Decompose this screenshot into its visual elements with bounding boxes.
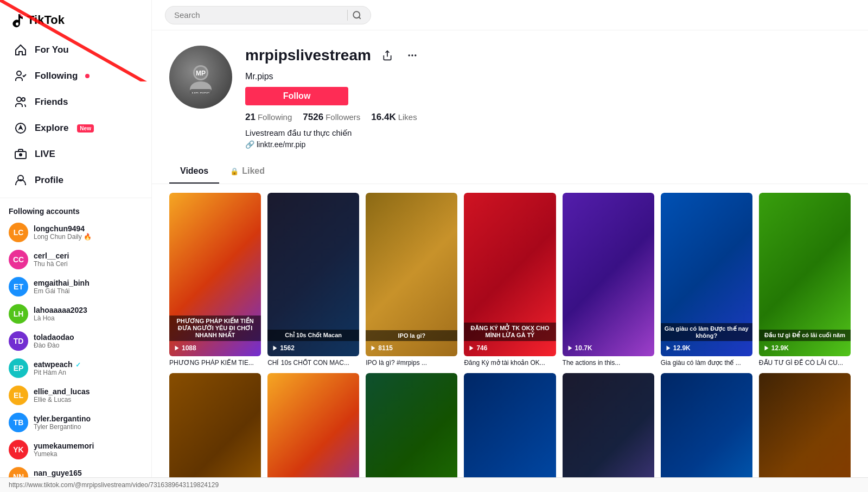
more-options-button[interactable] bbox=[403, 46, 422, 65]
account-display-name: Ellie & Lucas bbox=[34, 396, 90, 403]
avatar: ET bbox=[9, 277, 28, 297]
following-count: 21 bbox=[245, 112, 256, 123]
tab-liked[interactable]: 🔒 Liked bbox=[219, 160, 276, 184]
tabs-row: Videos 🔒 Liked bbox=[152, 160, 868, 184]
account-item[interactable]: LH lahoaaaaa2023 Là Hoa bbox=[0, 300, 151, 327]
account-item[interactable]: YK yumekaumemori Yumeka bbox=[0, 436, 151, 463]
profile-username-row: mrpipslivestream bbox=[245, 46, 851, 65]
following-notification-dot bbox=[85, 74, 90, 78]
account-item[interactable]: LC longchun9494 Long Chun Daily 🔥 bbox=[0, 219, 151, 246]
video-thumbnail: Gia giàu có làm Được thế nay không? 12.9… bbox=[661, 193, 752, 356]
top-bar bbox=[152, 0, 868, 30]
video-card[interactable]: TATA DỜI LỊCH IPO CƠ HỘI ĐẦU TƯ LỚN NHẤT… bbox=[169, 373, 261, 492]
account-username: toladaodao bbox=[34, 333, 74, 342]
stat-followers: 7526 Followers bbox=[303, 112, 360, 123]
video-card[interactable]: Chỉ 10s Chốt Macan 1562 CHỈ 10s CHỐT CON… bbox=[267, 193, 359, 367]
account-item[interactable]: TD toladaodao Đào Đào bbox=[0, 327, 151, 355]
video-thumbnail: Gõ thử đếm được Gõ thử không đếm được 64… bbox=[464, 373, 556, 492]
link-icon: 🔗 bbox=[245, 140, 254, 149]
account-username: emgaithai_binh bbox=[34, 279, 90, 287]
svg-text:MP: MP bbox=[196, 70, 206, 77]
follow-button[interactable]: Follow bbox=[245, 87, 348, 105]
search-divider bbox=[347, 10, 348, 21]
account-info: lahoaaaaa2023 Là Hoa bbox=[34, 306, 87, 322]
avatar-graphic: MP MR.PIPS bbox=[184, 61, 217, 93]
video-card[interactable]: 10.7K The actions in this... bbox=[563, 193, 654, 367]
video-play-count: 10.7K bbox=[567, 344, 592, 352]
video-thumbnail: PHƯƠNG PHÁP KIẾM TIỀN ĐƯA NGƯỜI YÊU ĐI C… bbox=[169, 193, 261, 356]
account-display-name: Thu hà Ceri bbox=[34, 260, 69, 268]
stat-likes: 16.4K Likes bbox=[371, 112, 417, 123]
avatar: LC bbox=[9, 223, 28, 242]
video-card[interactable]: ĐĂNG KÝ MỞ TK OKX CHO MÌNH LỪA GÀ TỶ 746… bbox=[464, 193, 556, 367]
home-icon bbox=[13, 42, 28, 58]
video-card[interactable]: IPO la gi? 8115 IPO là gì? #mrpips ... bbox=[366, 193, 457, 367]
svg-text:MR.PIPS: MR.PIPS bbox=[192, 91, 210, 93]
new-badge: New bbox=[77, 124, 94, 133]
video-card[interactable]: Không biết ĐỦ Thì mới GIÀU được 6554 Khô… bbox=[366, 373, 457, 492]
account-info: ellie_and_lucas Ellie & Lucas bbox=[34, 387, 90, 403]
search-box bbox=[165, 6, 371, 24]
sidebar-item-following[interactable]: Following bbox=[4, 63, 147, 89]
video-play-count: 1562 bbox=[272, 344, 295, 352]
account-item[interactable]: EP eatwpeach ✓ Pit Hàm An bbox=[0, 355, 151, 382]
video-thumb-overlay: 10.7K bbox=[563, 193, 654, 356]
following-icon bbox=[13, 68, 28, 84]
sidebar-item-profile[interactable]: Profile bbox=[4, 167, 147, 193]
sidebar-item-for-you[interactable]: For You bbox=[4, 37, 147, 63]
video-thumb-overlay: 1088 bbox=[169, 193, 261, 356]
logo-area[interactable]: TikTok bbox=[0, 7, 151, 37]
svg-point-8 bbox=[353, 11, 360, 18]
account-username: tyler.bergantino bbox=[34, 414, 91, 423]
video-thumbnail: ĐĂNG KÝ MỞ TK OKX CHO MÌNH LỪA GÀ TỶ 746 bbox=[464, 193, 556, 356]
profile-link[interactable]: 🔗 linktr.ee/mr.pip bbox=[245, 140, 851, 149]
profile-avatar: MP MR.PIPS bbox=[169, 46, 232, 109]
status-bar: https://www.tiktok.com/@mrpipslivestream… bbox=[0, 477, 868, 492]
video-thumb-overlay: 7047 bbox=[661, 373, 752, 492]
avatar: CC bbox=[9, 250, 28, 269]
video-card[interactable]: TẬP THỂ DỤC ĐỂ ĂN LẦN 9 NGƯỜI YÊU 6280 T… bbox=[563, 373, 654, 492]
tab-liked-label: Liked bbox=[242, 166, 265, 176]
svg-marker-4 bbox=[20, 126, 22, 129]
video-play-count: 12.9K bbox=[665, 344, 691, 352]
video-card[interactable]: PHƯƠNG PHÁP KIẾM TIỀN ĐƯA NGƯỜI YÊU ĐI C… bbox=[169, 193, 261, 367]
account-item[interactable]: EL ellie_and_lucas Ellie & Lucas bbox=[0, 382, 151, 409]
video-grid: PHƯƠNG PHÁP KIẾM TIỀN ĐƯA NGƯỜI YÊU ĐI C… bbox=[152, 184, 868, 492]
svg-point-0 bbox=[17, 71, 21, 75]
sidebar-item-friends[interactable]: Friends bbox=[4, 89, 147, 115]
account-item[interactable]: TB tyler.bergantino Tyler Bergantino bbox=[0, 409, 151, 436]
profile-link-text: linktr.ee/mr.pip bbox=[257, 140, 305, 149]
avatar: YK bbox=[9, 440, 28, 459]
avatar: EP bbox=[9, 358, 28, 378]
account-info: cerl__ceri Thu hà Ceri bbox=[34, 251, 69, 268]
account-item[interactable]: CC cerl__ceri Thu hà Ceri bbox=[0, 246, 151, 273]
account-info: tyler.bergantino Tyler Bergantino bbox=[34, 414, 91, 431]
tab-videos[interactable]: Videos bbox=[169, 160, 219, 184]
search-button[interactable] bbox=[352, 10, 362, 20]
video-card[interactable]: Gia giàu có làm Được thế nay không? 12.9… bbox=[661, 193, 752, 367]
sidebar-item-live[interactable]: LIVE bbox=[4, 141, 147, 167]
svg-point-1 bbox=[17, 97, 21, 102]
share-button[interactable] bbox=[378, 46, 397, 65]
avatar: TB bbox=[9, 413, 28, 432]
video-card[interactable]: CHỐT LẠI 6 TỶ MUA RM7201 7047 CHỐT LẠI 6… bbox=[661, 373, 752, 492]
video-play-count: 8115 bbox=[370, 344, 393, 352]
video-card[interactable]: Gõ thử đếm được Gõ thử không đếm được 64… bbox=[464, 373, 556, 492]
status-url: https://www.tiktok.com/@mrpipslivestream… bbox=[9, 481, 219, 489]
video-card[interactable]: ĐỒNG HỒ PHÙ HỢP VỚI CÁC CHÚ BẢO VỆ 10.3K… bbox=[759, 373, 851, 492]
friends-icon bbox=[13, 94, 28, 110]
account-display-name: Là Hoa bbox=[34, 314, 87, 322]
video-thumb-overlay: 1562 bbox=[267, 193, 359, 356]
account-info: longchun9494 Long Chun Daily 🔥 bbox=[34, 224, 92, 241]
video-thumbnail: IPO la gi? 8115 bbox=[366, 193, 457, 356]
svg-marker-25 bbox=[764, 345, 768, 350]
account-item[interactable]: ET emgaithai_binh Em Gái Thái bbox=[0, 273, 151, 300]
sidebar-item-explore[interactable]: Explore New bbox=[4, 115, 147, 141]
sidebar: TikTok For You Following Friends bbox=[0, 0, 152, 492]
account-display-name: Pit Hàm An bbox=[34, 369, 81, 376]
video-card[interactable]: DÍ SÀN SCAM VANTAGE 9611 DÍ SÀN SCAM VAN… bbox=[267, 373, 359, 492]
search-input[interactable] bbox=[174, 10, 343, 20]
sidebar-divider bbox=[0, 198, 151, 198]
account-info: eatwpeach ✓ Pit Hàm An bbox=[34, 360, 81, 376]
video-card[interactable]: Đầu tư gì Để có lãi cuối năm 12.9K ĐẦU T… bbox=[759, 193, 851, 367]
